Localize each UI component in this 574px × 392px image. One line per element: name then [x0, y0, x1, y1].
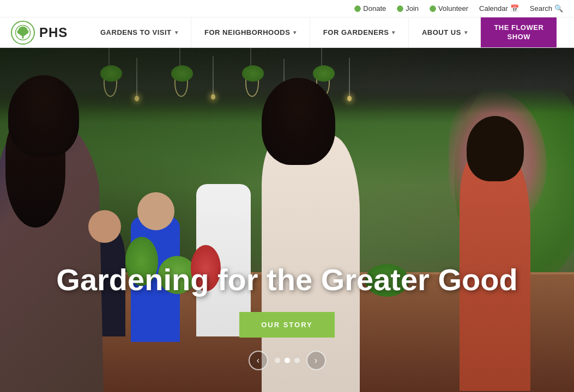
carousel-prev-button[interactable]: ‹ — [249, 351, 268, 370]
carousel-dot-1[interactable] — [275, 358, 280, 363]
chevron-down-icon: ▾ — [464, 29, 468, 35]
nav-item-neighborhoods[interactable]: FOR NEIGHBORHOODS ▾ — [191, 17, 310, 47]
search-link[interactable]: Search 🔍 — [530, 4, 563, 13]
our-story-button[interactable]: OUR STORY — [239, 312, 335, 338]
nav-flower-show[interactable]: THE FLOWER SHOW — [481, 17, 557, 47]
volunteer-link[interactable]: Volunteer — [430, 4, 468, 13]
nav-item-gardeners[interactable]: FOR GARDENERS ▾ — [310, 17, 409, 47]
calendar-link[interactable]: Calendar 📅 — [479, 4, 519, 13]
woman-right-hair — [467, 116, 524, 181]
search-icon: 🔍 — [554, 4, 563, 13]
woman-left-hair — [8, 75, 79, 157]
calendar-label: Calendar — [479, 4, 508, 13]
nav-gardeners-label: FOR GARDENERS — [323, 28, 389, 36]
carousel-dot-2[interactable] — [285, 358, 290, 363]
utility-bar: Donate Join Volunteer Calendar 📅 Search … — [0, 0, 574, 17]
carousel-dots — [275, 358, 300, 363]
nav-about-label: ABOUT US — [422, 28, 461, 36]
logo-circle — [11, 21, 35, 45]
carousel-next-button[interactable]: › — [306, 351, 326, 370]
leaf-icon-join — [396, 4, 405, 13]
chevron-down-icon: ▾ — [175, 29, 178, 35]
join-link[interactable]: Join — [397, 4, 419, 13]
carousel-dot-3[interactable] — [294, 358, 300, 363]
svg-rect-5 — [22, 35, 24, 38]
flower-show-line1: THE FLOWER — [494, 23, 543, 33]
logo-text: PHS — [39, 25, 68, 40]
chevron-down-icon: ▾ — [392, 29, 395, 35]
hero-title: Gardening for the Greater Good — [33, 263, 541, 297]
nav-gardens-label: GARDENS TO VISIT — [100, 28, 172, 36]
logo-tree-icon — [15, 24, 31, 41]
nav-item-about[interactable]: ABOUT US ▾ — [409, 17, 481, 47]
logo-area[interactable]: PHS — [0, 17, 87, 47]
chevron-down-icon: ▾ — [293, 29, 297, 35]
flower-show-line2: SHOW — [507, 33, 530, 42]
main-nav: PHS GARDENS TO VISIT ▾ FOR NEIGHBORHOODS… — [0, 17, 574, 48]
leaf-icon-volunteer — [428, 4, 438, 13]
person-stooped-head — [88, 210, 121, 243]
woman-center-hair — [262, 78, 335, 165]
search-label: Search — [530, 4, 552, 13]
donate-label: Donate — [363, 4, 386, 13]
nav-items: GARDENS TO VISIT ▾ FOR NEIGHBORHOODS ▾ F… — [87, 17, 574, 47]
leaf-icon-donate — [353, 4, 362, 13]
hero-section: Gardening for the Greater Good OUR STORY… — [0, 48, 574, 392]
svg-point-4 — [19, 30, 27, 36]
nav-item-gardens[interactable]: GARDENS TO VISIT ▾ — [87, 17, 191, 47]
donate-link[interactable]: Donate — [354, 4, 386, 13]
blue-woman-head — [137, 192, 174, 230]
carousel-controls: ‹ › — [249, 351, 326, 370]
calendar-icon: 📅 — [510, 4, 519, 13]
hero-content: Gardening for the Greater Good OUR STORY — [33, 263, 541, 338]
nav-neighborhoods-label: FOR NEIGHBORHOODS — [204, 28, 290, 36]
volunteer-label: Volunteer — [438, 4, 468, 13]
join-label: Join — [406, 4, 419, 13]
